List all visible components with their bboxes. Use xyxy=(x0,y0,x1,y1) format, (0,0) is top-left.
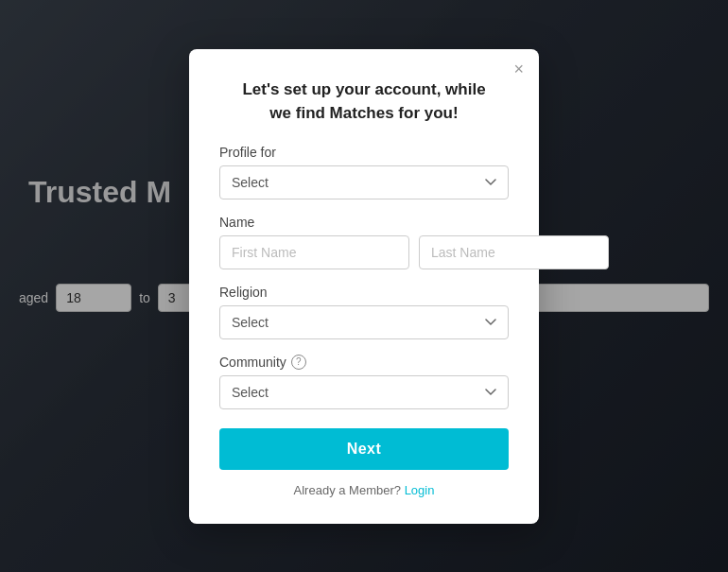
next-button[interactable]: Next xyxy=(219,428,509,470)
religion-select[interactable]: Select Hindu Muslim Christian Sikh Jain xyxy=(219,305,509,339)
modal-dialog: × Let's set up your account, while we fi… xyxy=(189,49,539,524)
already-member-text: Already a Member? Login xyxy=(219,483,509,497)
name-group: Name xyxy=(219,215,509,269)
profile-for-label: Profile for xyxy=(219,145,509,160)
profile-for-select[interactable]: Select Myself Son Daughter Sibling Relat… xyxy=(219,165,509,199)
modal-overlay: × Let's set up your account, while we fi… xyxy=(0,0,728,572)
modal-title: Let's set up your account, while we find… xyxy=(219,78,509,126)
religion-group: Religion Select Hindu Muslim Christian S… xyxy=(219,285,509,339)
community-help-icon[interactable]: ? xyxy=(291,355,306,370)
first-name-input[interactable] xyxy=(219,235,409,269)
name-row xyxy=(219,235,509,269)
profile-for-group: Profile for Select Myself Son Daughter S… xyxy=(219,145,509,199)
religion-label: Religion xyxy=(219,285,509,300)
community-group: Community ? Select Brahmin Kshatriya Vai… xyxy=(219,355,509,409)
community-label: Community ? xyxy=(219,355,509,370)
close-button[interactable]: × xyxy=(513,61,524,78)
community-select[interactable]: Select Brahmin Kshatriya Vaishya Other xyxy=(219,375,509,409)
login-link[interactable]: Login xyxy=(405,483,435,497)
name-label: Name xyxy=(219,215,509,230)
last-name-input[interactable] xyxy=(419,235,609,269)
